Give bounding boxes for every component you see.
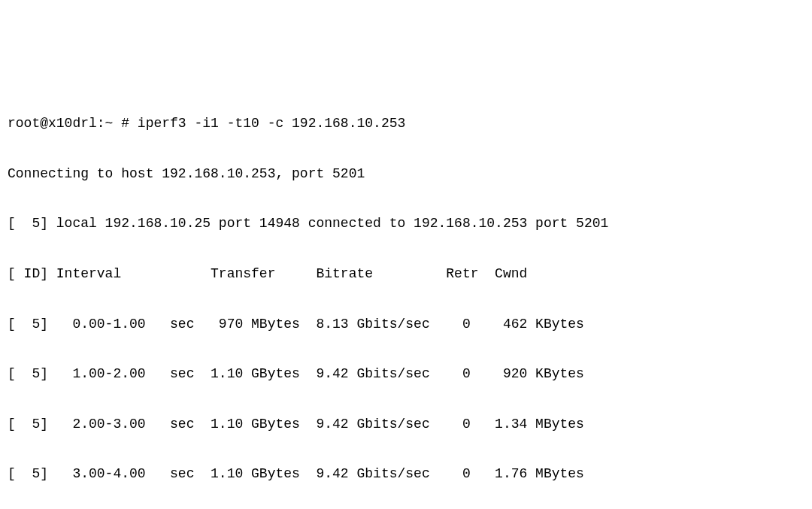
shell-prompt: root@x10drl:~ # bbox=[8, 116, 138, 131]
data-row: [ 5] 2.00-3.00 sec 1.10 GBytes 9.42 Gbit… bbox=[8, 412, 804, 437]
terminal-prompt-line: root@x10drl:~ # iperf3 -i1 -t10 -c 192.1… bbox=[8, 111, 804, 136]
data-row: [ 5] 0.00-1.00 sec 970 MBytes 8.13 Gbits… bbox=[8, 312, 804, 337]
local-info-line: [ 5] local 192.168.10.25 port 14948 conn… bbox=[8, 211, 804, 236]
command-text: iperf3 -i1 -t10 -c 192.168.10.253 bbox=[138, 116, 405, 131]
connecting-line: Connecting to host 192.168.10.253, port … bbox=[8, 162, 804, 186]
data-row: [ 5] 1.00-2.00 sec 1.10 GBytes 9.42 Gbit… bbox=[8, 362, 804, 386]
table-header-1: [ ID] Interval Transfer Bitrate Retr Cwn… bbox=[8, 262, 804, 286]
data-row: [ 5] 3.00-4.00 sec 1.10 GBytes 9.42 Gbit… bbox=[8, 462, 804, 486]
